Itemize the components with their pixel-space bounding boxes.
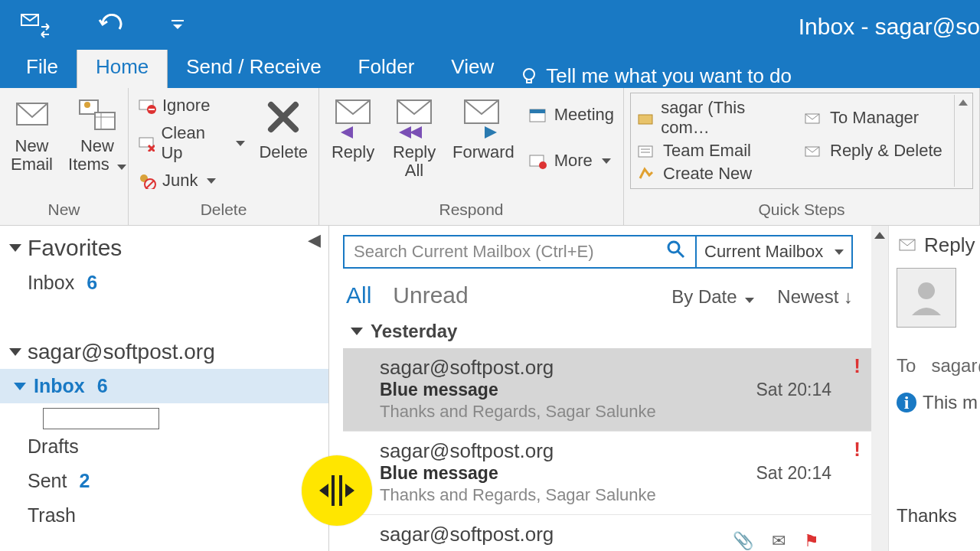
quickstep-to-manager[interactable]: To Manager — [804, 98, 949, 138]
message-item[interactable]: sagar@softpost.org 📎 ✉ ⚑ — [343, 515, 871, 546]
message-item[interactable]: ! sagar@softpost.org Blue messageSat 20:… — [343, 348, 871, 432]
tab-folder[interactable]: Folder — [340, 47, 433, 88]
sendreceive-qat-icon[interactable] — [20, 11, 51, 39]
main-area: ◀ Favorites Inbox 6 sagar@softpost.org I… — [0, 226, 980, 551]
to-line: To sagar@ — [897, 355, 980, 377]
quickstep-team-email[interactable]: Team Email — [637, 141, 782, 161]
sort-by-date[interactable]: By Date — [671, 286, 754, 308]
svg-rect-21 — [530, 109, 545, 113]
tell-me-label: Tell me what you want to do — [546, 64, 792, 88]
folder-sent[interactable]: Sent2 — [0, 464, 328, 498]
svg-line-16 — [146, 181, 154, 188]
tell-me-search[interactable]: Tell me what you want to do — [520, 64, 792, 88]
folder-drafts[interactable]: Drafts — [0, 429, 328, 464]
svg-rect-26 — [639, 146, 652, 157]
reading-pane: Reply To sagar@ iThis m Thanks — [888, 226, 980, 551]
junk-icon — [138, 172, 156, 189]
info-icon: i — [897, 393, 916, 412]
group-quick-steps: sagar (This com… To Manager Team Email R… — [624, 88, 980, 225]
flag-icon[interactable]: ⚑ — [804, 531, 819, 551]
svg-point-23 — [539, 161, 547, 169]
info-bar: iThis m — [897, 392, 980, 413]
svg-line-31 — [678, 251, 684, 257]
message-list-scrollbar[interactable] — [871, 226, 888, 551]
group-delete: Ignore Clean Up Junk Delete Delete — [129, 88, 319, 225]
quick-access-toolbar — [0, 11, 185, 39]
folder-trash[interactable]: Trash — [0, 498, 328, 533]
reply-button[interactable]: Reply — [325, 93, 381, 165]
svg-point-30 — [668, 242, 679, 253]
window-title: Inbox - sagar@so — [799, 14, 980, 40]
navigation-pane: ◀ Favorites Inbox 6 sagar@softpost.org I… — [0, 226, 329, 551]
tab-home[interactable]: Home — [77, 47, 168, 88]
more-respond-button[interactable]: More — [525, 149, 617, 172]
group-respond-label: Respond — [325, 197, 617, 225]
more-icon — [528, 152, 548, 169]
group-respond: Reply Reply All Forward Meeting More — [319, 88, 624, 225]
svg-rect-13 — [139, 138, 153, 147]
title-bar: Inbox - sagar@so — [0, 0, 980, 50]
quicksteps-scroll[interactable] — [954, 95, 971, 187]
filter-all[interactable]: All — [346, 282, 371, 308]
new-items-label: New Items — [68, 137, 126, 174]
body-preview: Thanks — [897, 505, 980, 527]
priority-icon: ! — [854, 354, 861, 378]
reply-all-button[interactable]: Reply All — [387, 93, 442, 183]
lightbulb-icon — [520, 67, 538, 86]
svg-rect-1 — [172, 20, 184, 21]
search-scope-dropdown[interactable]: Current Mailbox — [697, 235, 853, 269]
message-list-pane: Search Current Mailbox (Ctrl+E) Current … — [329, 226, 888, 551]
qat-customize-icon[interactable] — [170, 19, 185, 31]
message-item[interactable]: ! sagar@softpost.org Blue messageSat 20:… — [343, 432, 871, 515]
meeting-button[interactable]: Meeting — [525, 103, 617, 126]
tab-send-receive[interactable]: Send / Receive — [168, 47, 339, 88]
folder-inbox[interactable]: Inbox 6 — [0, 369, 328, 403]
new-folder-name-field[interactable] — [43, 408, 159, 429]
quickstep-reply-delete[interactable]: Reply & Delete — [804, 141, 949, 161]
date-group-yesterday[interactable]: Yesterday — [343, 315, 871, 348]
undo-icon[interactable] — [96, 14, 124, 37]
favorites-header[interactable]: Favorites — [0, 230, 328, 266]
quickstep-move-to[interactable]: sagar (This com… — [637, 98, 782, 138]
group-quicksteps-label: Quick Steps — [630, 197, 973, 225]
reading-reply-button[interactable]: Reply — [897, 233, 980, 257]
svg-rect-3 — [527, 80, 531, 83]
group-delete-label: Delete — [135, 197, 312, 225]
tab-view[interactable]: View — [433, 47, 512, 88]
svg-point-2 — [524, 69, 534, 80]
svg-point-6 — [84, 102, 90, 108]
ignore-icon — [138, 97, 156, 114]
svg-point-33 — [918, 282, 935, 299]
quickstep-create-new[interactable]: Create New — [637, 164, 782, 184]
cleanup-button[interactable]: Clean Up — [135, 122, 248, 165]
cleanup-icon — [138, 135, 155, 152]
tab-file[interactable]: File — [8, 47, 77, 88]
ribbon: New Email New Items New Ignore Clean Up — [0, 88, 980, 226]
new-email-label: New Email — [11, 137, 53, 174]
sender-avatar — [897, 268, 956, 328]
meeting-icon — [528, 106, 548, 123]
search-input[interactable]: Search Current Mailbox (Ctrl+E) — [343, 235, 697, 269]
filter-unread[interactable]: Unread — [393, 282, 468, 308]
svg-rect-7 — [95, 112, 115, 129]
new-email-button[interactable]: New Email — [6, 93, 57, 177]
new-items-button[interactable]: New Items — [64, 93, 131, 177]
forward-button[interactable]: Forward — [448, 93, 519, 165]
priority-icon: ! — [854, 438, 861, 461]
collapse-nav-icon[interactable]: ◀ — [308, 230, 321, 250]
ribbon-tabs: File Home Send / Receive Folder View Tel… — [0, 50, 980, 88]
envelope-icon: ✉ — [772, 531, 786, 551]
group-new: New Email New Items New — [0, 88, 129, 225]
splitter-resize-cursor[interactable] — [302, 455, 372, 526]
group-new-label: New — [6, 197, 122, 225]
attachment-icon: 📎 — [733, 531, 753, 551]
delete-button[interactable]: Delete — [254, 93, 312, 165]
search-icon[interactable] — [666, 240, 686, 264]
svg-rect-24 — [639, 115, 652, 124]
sort-order-newest[interactable]: Newest ↓ — [777, 286, 853, 308]
account-header[interactable]: sagar@softpost.org — [0, 335, 328, 369]
fav-inbox[interactable]: Inbox 6 — [0, 266, 328, 300]
new-folder-inline-input[interactable] — [43, 408, 328, 429]
junk-button[interactable]: Junk — [135, 169, 248, 192]
ignore-button[interactable]: Ignore — [135, 94, 248, 117]
